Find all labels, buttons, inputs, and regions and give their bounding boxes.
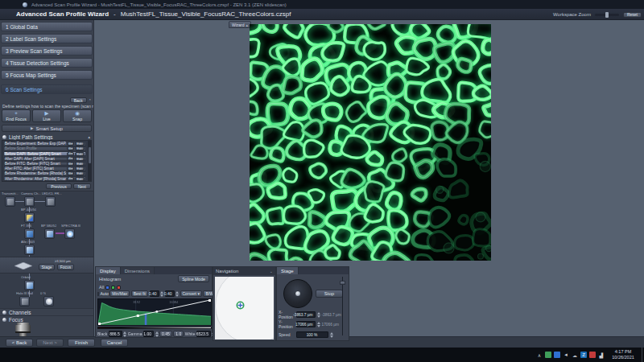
previous-button[interactable]: Previous xyxy=(46,183,71,189)
joystick-knob[interactable] xyxy=(295,290,301,297)
light-path-settings-header[interactable]: Light Path Settings ▲ xyxy=(0,134,93,140)
white-field[interactable]: 6523.5 xyxy=(196,331,211,337)
edit-button[interactable]: Edit xyxy=(75,177,85,181)
gear-icon[interactable]: ⚙▾ xyxy=(67,171,74,175)
volume-icon[interactable]: ◄ xyxy=(563,352,569,358)
light-source-icon[interactable] xyxy=(64,228,75,239)
edit-button[interactable]: Edit xyxy=(75,152,85,156)
window-titlebar[interactable]: Advanced Scan Profile Wizard - MushTestF… xyxy=(0,0,644,9)
stop-button[interactable]: Stop xyxy=(316,290,343,298)
gear-icon[interactable]: ⚙▾ xyxy=(67,157,74,161)
wizard-step-6[interactable]: 6 Scan Settings xyxy=(1,84,93,94)
channel-chip-green[interactable] xyxy=(111,286,115,290)
transmitted-light-icon[interactable] xyxy=(5,196,15,207)
focus-section-header[interactable]: Focus xyxy=(0,315,93,323)
light-path-row[interactable]: Before Experiment: Before Exp (DAPI, FIT… xyxy=(3,142,86,146)
light-path-row[interactable]: Before Rhodamine: Before [Rhoda] Smart⚙▾… xyxy=(3,171,86,176)
y-position-stepper[interactable] xyxy=(316,322,320,327)
gear-icon[interactable]: ⚙▾ xyxy=(67,177,74,181)
edit-button[interactable]: Edit xyxy=(75,146,85,150)
wizard-step-2[interactable]: 2 Label Scan Settings xyxy=(1,34,93,43)
gear-icon[interactable]: ⚙▾ xyxy=(67,142,74,146)
camera-icon[interactable] xyxy=(24,196,35,207)
min-max-button[interactable]: Min/Max xyxy=(109,290,130,297)
collapse-icon[interactable]: ⌃ xyxy=(89,98,92,103)
specimen-image[interactable] xyxy=(250,24,491,261)
cloud-icon[interactable]: ☁ xyxy=(572,352,578,358)
z-slider[interactable] xyxy=(340,277,345,335)
low-percent-stepper[interactable] xyxy=(160,291,163,297)
channel-chip-blue[interactable] xyxy=(105,286,109,290)
light-path-row[interactable]: After FITC: After [FITC] Smart⚙▾Edit xyxy=(3,167,86,171)
tab-dimensions[interactable]: Dimensions xyxy=(121,267,155,274)
chevron-down-icon[interactable]: ⌄ xyxy=(270,269,273,274)
camera-icon[interactable] xyxy=(19,296,30,306)
step-back-button[interactable]: Back xyxy=(70,97,87,103)
speed-stepper[interactable] xyxy=(329,332,333,338)
scroll-up-icon[interactable]: ▲ xyxy=(88,135,91,139)
light-path-row[interactable]: After Rhodamine: After [Rhoda] Smart⚙▾Ed… xyxy=(3,176,86,181)
wizard-step-5[interactable]: 5 Focus Map Settings xyxy=(1,70,93,80)
speed-field[interactable]: 100 % xyxy=(296,331,328,338)
edit-button[interactable]: Edit xyxy=(75,162,85,166)
edit-button[interactable]: Edit xyxy=(75,171,85,175)
back-button[interactable]: < Back xyxy=(6,339,33,347)
lut-ramp[interactable] xyxy=(97,327,212,329)
list-scrollbar[interactable] xyxy=(88,141,91,181)
focus-button[interactable]: Focus xyxy=(57,264,74,270)
bandpass-filter-icon[interactable] xyxy=(24,212,35,223)
snap-button[interactable]: ◉Snap xyxy=(63,109,92,122)
gamma-stepper[interactable] xyxy=(155,331,159,337)
auto-checkbox[interactable] xyxy=(97,292,99,296)
convert-dropdown[interactable]: Convert ▾ xyxy=(180,290,202,297)
wizard-step-3[interactable]: 3 Preview Scan Settings xyxy=(1,46,93,56)
spline-mode-button[interactable]: Spline Mode xyxy=(178,275,209,282)
green-app-icon[interactable] xyxy=(545,352,551,358)
find-focus-button[interactable]: ⌖Find Focus xyxy=(2,109,31,122)
low-percent-field[interactable]: 0.40 xyxy=(150,290,159,297)
black-stepper[interactable] xyxy=(123,331,126,337)
z-slider-thumb[interactable] xyxy=(340,281,345,285)
next-button[interactable]: Next xyxy=(73,183,91,189)
workspace-zoom-reset-button[interactable]: Reset xyxy=(623,12,642,18)
network-icon[interactable]: ▟ xyxy=(598,352,605,358)
live-button[interactable]: ▶Live xyxy=(32,109,61,122)
x-position-stepper[interactable] xyxy=(316,312,320,318)
blue-app-icon[interactable] xyxy=(554,352,560,358)
light-path-row[interactable]: Before Scan Profile⚙▾Edit xyxy=(3,146,86,151)
taskbar-clock[interactable]: 4:17 PM 10/26/2021 xyxy=(607,349,639,360)
beamsplitter-icon[interactable] xyxy=(24,228,35,239)
channels-section-header[interactable]: Channels xyxy=(0,308,93,315)
edit-button[interactable]: Edit xyxy=(75,167,85,171)
edit-button[interactable]: Edit xyxy=(75,157,85,161)
y-position-field[interactable]: 17066 µm xyxy=(296,321,316,327)
stage-button[interactable]: Stage xyxy=(39,264,55,270)
x-position-field[interactable]: -3863.7 µm xyxy=(296,311,316,318)
gamma-field[interactable]: 1.00 xyxy=(143,331,154,337)
smart-setup-button[interactable]: ▶ Smart Setup xyxy=(2,125,92,132)
workspace-zoom-thumb[interactable] xyxy=(605,12,609,18)
tab-stage[interactable]: Stage xyxy=(277,267,299,274)
wizard-step-1[interactable]: 1 Global Data xyxy=(1,22,93,31)
high-percent-stepper[interactable] xyxy=(175,291,179,297)
zen-icon[interactable]: Z xyxy=(580,352,587,358)
emission-filter-icon[interactable] xyxy=(24,245,35,255)
high-percent-field[interactable]: 0.40 xyxy=(165,290,175,297)
navigation-map[interactable] xyxy=(215,277,274,339)
stage-joystick[interactable] xyxy=(283,279,312,308)
red-app-icon[interactable] xyxy=(589,352,596,358)
histogram-plot[interactable]: 8192 16384 xyxy=(97,298,212,326)
workspace-zoom-slider[interactable] xyxy=(595,14,619,16)
gear-icon[interactable]: ⚙▾ xyxy=(67,146,74,150)
tab-display[interactable]: Display xyxy=(96,267,121,274)
led-icon[interactable] xyxy=(45,196,56,207)
gear-icon[interactable]: ⚙▾ xyxy=(67,167,74,171)
lamp-icon[interactable] xyxy=(43,296,54,306)
channel-chip-red[interactable] xyxy=(117,286,121,290)
gear-icon[interactable]: ⚙▾ xyxy=(67,162,74,166)
wizard-step-4[interactable]: 4 Tissue Detection Settings xyxy=(1,58,93,68)
light-path-row[interactable]: Before FITC: Before [FITC] Smart⚙▾Edit xyxy=(3,162,86,167)
gamma-preset-045-button[interactable]: 0.45 xyxy=(159,331,172,337)
best-fit-button[interactable]: Best fit xyxy=(131,290,148,297)
wizard-dock-tab[interactable]: Wizard ▴ xyxy=(229,21,251,28)
